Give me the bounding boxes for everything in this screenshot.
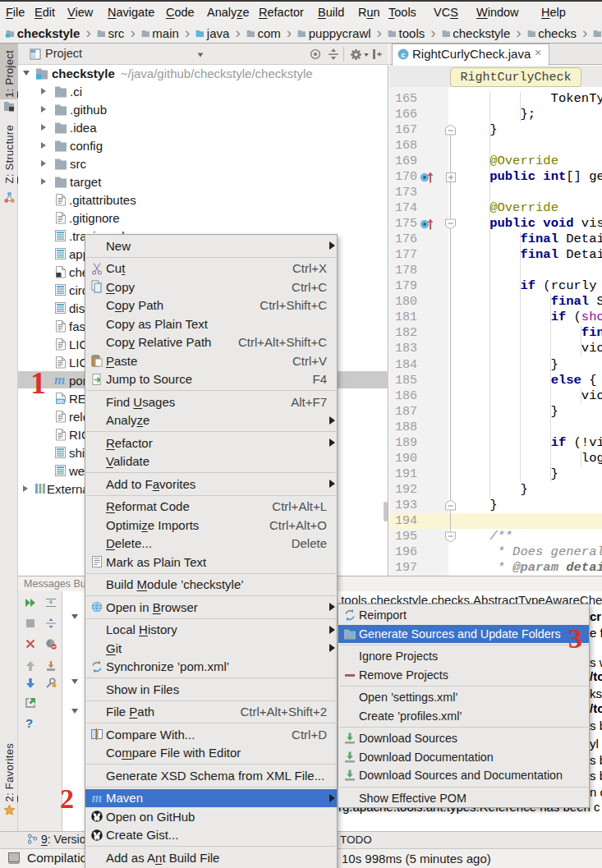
svg-text:c: c: [401, 50, 405, 59]
